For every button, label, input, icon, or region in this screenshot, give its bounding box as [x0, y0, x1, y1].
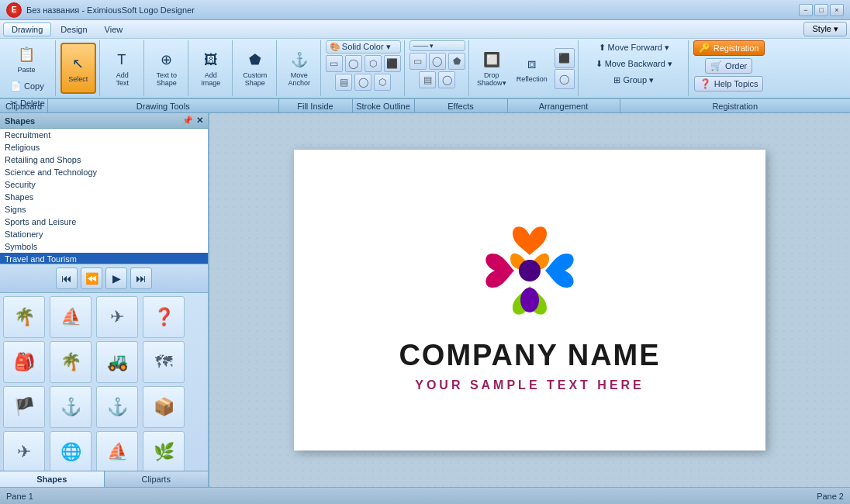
clipboard-label: Clipboard: [0, 99, 48, 112]
shape-cell[interactable]: ✈: [3, 431, 45, 471]
shape-cell[interactable]: 🎒: [3, 341, 45, 383]
fill-icon-7[interactable]: ⬡: [374, 74, 391, 91]
shape-cell[interactable]: 🌴: [3, 296, 45, 338]
menu-design[interactable]: Design: [53, 23, 95, 36]
list-item[interactable]: Security: [0, 178, 208, 191]
stroke-icon-5[interactable]: ◯: [438, 71, 455, 88]
shape-cell[interactable]: 🌿: [143, 431, 185, 471]
effects-icon-2[interactable]: ◯: [555, 69, 575, 89]
shape-cell[interactable]: ⛵: [96, 431, 138, 471]
reflection-button[interactable]: ⧈ Reflection: [514, 43, 550, 94]
sidebar-close-icon[interactable]: ✕: [196, 116, 203, 126]
menu-drawing[interactable]: Drawing: [3, 22, 51, 36]
menubar: Drawing Design View Style ▾: [0, 20, 850, 39]
stroke-icon-1[interactable]: ▭: [409, 53, 427, 70]
list-item[interactable]: Sports and Leisure: [0, 216, 208, 228]
help-topics-button[interactable]: ❓ Help Topics: [694, 76, 764, 91]
shape-cell[interactable]: ⚓: [50, 386, 92, 428]
shapes-list[interactable]: Recruitment Religious Retailing and Shop…: [0, 129, 208, 264]
stroke-icon-3[interactable]: ⬟: [448, 53, 465, 70]
tab-cliparts[interactable]: Cliparts: [105, 471, 209, 487]
prev-button[interactable]: ⏪: [81, 268, 102, 289]
style-button[interactable]: Style ▾: [803, 22, 847, 36]
fill-icon-5[interactable]: ▤: [335, 74, 352, 91]
sidebar-pin-icon[interactable]: 📌: [182, 116, 193, 126]
list-item[interactable]: Stationery: [0, 228, 208, 240]
list-item[interactable]: Retailing and Shops: [0, 154, 208, 166]
custom-shape-button[interactable]: ⬟ CustomShape: [237, 43, 273, 94]
shape-cell[interactable]: 🏴: [3, 386, 45, 428]
menu-view[interactable]: View: [97, 23, 131, 36]
effects-icon-1[interactable]: ⬛: [555, 48, 575, 68]
svg-point-1: [519, 260, 541, 281]
shape-cell[interactable]: 📦: [143, 386, 185, 428]
select-button[interactable]: ↖ Select: [60, 43, 96, 94]
list-item[interactable]: Shapes: [0, 191, 208, 203]
tab-shapes[interactable]: Shapes: [0, 471, 105, 487]
stroke-line-button[interactable]: ─── ▾: [409, 40, 465, 51]
titlebar-controls[interactable]: − □ ×: [799, 4, 844, 16]
shape-cell[interactable]: 🌴: [50, 341, 92, 383]
list-item[interactable]: Science and Technology: [0, 166, 208, 178]
register-label: Registration: [714, 43, 759, 53]
shape-cell[interactable]: ❓: [143, 296, 185, 338]
app-icon: E: [6, 2, 22, 18]
logo-container: COMPANY NAME YOUR SAMPLE TEXT HERE: [399, 209, 660, 392]
shape-cell[interactable]: ⚓: [96, 386, 138, 428]
fill-icon-4[interactable]: ⬛: [384, 55, 401, 72]
add-image-button[interactable]: 🖼 AddImage: [193, 43, 229, 94]
effects-section: 🔲 DropShadow▾ ⧈ Reflection ⬛ ◯: [471, 40, 579, 96]
list-item[interactable]: Recruitment: [0, 129, 208, 141]
text-to-shape-icon: ⊕: [156, 49, 178, 71]
shape-cell[interactable]: ✈: [96, 296, 138, 338]
canvas-area[interactable]: COMPANY NAME YOUR SAMPLE TEXT HERE: [209, 113, 850, 487]
stroke-icons-row2: ▤ ◯: [419, 71, 455, 88]
drop-shadow-button[interactable]: 🔲 DropShadow▾: [474, 43, 510, 94]
fill-inside-label: Fill Inside: [279, 99, 353, 112]
move-anchor-button[interactable]: ⚓ MoveAnchor: [282, 43, 317, 94]
shape-cell[interactable]: ⛵: [50, 296, 92, 338]
add-text-button[interactable]: Ꭲ AddText: [105, 43, 140, 94]
fill-icon-3[interactable]: ⬡: [365, 55, 382, 72]
group-button[interactable]: ⊞ Group ▾: [610, 73, 658, 88]
next-button[interactable]: ⏭: [130, 268, 152, 289]
statusbar: Pane 1 Pane 2: [0, 487, 850, 504]
stroke-icon-4[interactable]: ▤: [419, 71, 436, 88]
list-item[interactable]: Signs: [0, 203, 208, 216]
register-button[interactable]: 🔑 Registration: [693, 40, 765, 56]
fill-icon-2[interactable]: ◯: [345, 55, 362, 72]
maximize-button[interactable]: □: [814, 4, 828, 16]
registration-section: 🔑 Registration 🛒 Order ❓ Help Topics: [690, 40, 768, 96]
fill-icon-1[interactable]: ▭: [326, 55, 343, 72]
drawing-tools-label: Drawing Tools: [48, 99, 279, 112]
minimize-button[interactable]: −: [799, 4, 813, 16]
stroke-outline-label: Stroke Outline: [353, 99, 415, 112]
shape-cell[interactable]: 🚜: [96, 341, 138, 383]
paste-button[interactable]: 📋 Paste: [6, 40, 47, 78]
close-button[interactable]: ×: [830, 4, 844, 16]
text-to-shape-button[interactable]: ⊕ Text toShape: [149, 43, 185, 94]
stroke-icon-2[interactable]: ◯: [429, 53, 446, 70]
shape-cell[interactable]: 🗺: [143, 341, 185, 383]
move-anchor-icon: ⚓: [289, 49, 310, 71]
shape-thumbnails[interactable]: 🌴 ⛵ ✈ ❓ 🎒 🌴 🚜 🗺 🏴 ⚓ ⚓ 📦 ✈ 🌐 ⛵ 🌿: [0, 293, 208, 471]
fill-icon-6[interactable]: ◯: [354, 74, 371, 91]
move-anchor-label: MoveAnchor: [289, 72, 311, 88]
list-item-selected[interactable]: Travel and Tourism: [0, 253, 208, 264]
arrangement-section: ⬆ Move Forward ▾ ⬇ Move Backward ▾ ⊞ Gro…: [580, 40, 689, 96]
list-item[interactable]: Symbols: [0, 240, 208, 253]
first-button[interactable]: ⏮: [56, 268, 78, 289]
solid-color-button[interactable]: 🎨 Solid Color ▾: [326, 40, 401, 54]
sidebar-controls[interactable]: 📌 ✕: [182, 116, 203, 126]
shape-cell[interactable]: 🌐: [50, 431, 92, 471]
add-image-label: AddImage: [201, 72, 220, 88]
play-button[interactable]: ▶: [105, 268, 127, 289]
move-backward-button[interactable]: ⬇ Move Backward ▾: [592, 57, 676, 71]
order-button[interactable]: 🛒 Order: [705, 58, 752, 74]
window-title: Без названия - EximiousSoft Logo Designe…: [26, 5, 195, 15]
fill-inside-section: 🎨 Solid Color ▾ ▭ ◯ ⬡ ⬛ ▤ ◯ ⬡: [323, 40, 405, 96]
copy-button[interactable]: 📄 Copy: [6, 78, 49, 94]
list-item[interactable]: Religious: [0, 141, 208, 154]
copy-label: Copy: [24, 81, 44, 91]
move-forward-button[interactable]: ⬆ Move Forward ▾: [595, 40, 673, 55]
